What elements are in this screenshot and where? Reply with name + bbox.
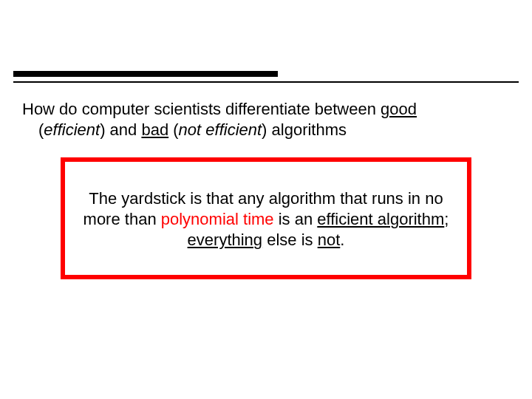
slide: How do computer scientists differentiate… [0,0,532,399]
rule-thin [13,81,519,83]
body-text-fragment: ) and [100,120,141,139]
callout-text-fragment: The yardstick is that any algorithm that… [89,189,443,208]
highlight-polynomial-time: polynomial time [161,210,274,228]
callout-text-fragment: . [340,231,344,249]
body-text-fragment: ( [168,120,178,139]
body-text-fragment: ) algorithms [262,120,347,139]
rule-thick [13,71,278,77]
underline-everything: everything [188,231,263,249]
callout-text-fragment: more than [83,210,161,228]
underline-efficient-algorithm: efficient algorithm [317,210,444,228]
callout-text-fragment: else is [262,231,318,249]
underline-not: not [318,231,341,249]
italic-not-efficient: not efficient [179,120,262,139]
callout-box: The yardstick is that any algorithm that… [61,157,471,279]
underline-bad: bad [141,120,168,139]
body-paragraph: How do computer scientists differentiate… [22,99,510,140]
callout-text-fragment: ; [444,210,449,228]
underline-good: good [381,100,417,118]
italic-efficient: efficient [44,120,100,139]
callout-text-fragment: is an [274,210,318,228]
body-line-2: (efficient) and bad (not efficient) algo… [22,120,510,140]
body-text-fragment: How do computer scientists differentiate… [22,100,381,118]
